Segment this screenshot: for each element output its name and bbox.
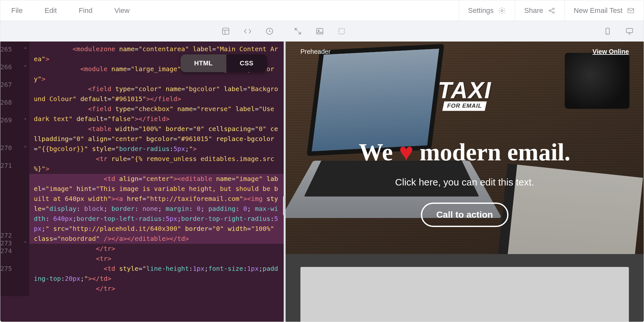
code-editor[interactable]: 265▾266▾267268269▾270▾271272273▾274275 <… [0,42,284,322]
selection-icon[interactable] [337,27,346,36]
tab-css[interactable]: CSS [226,54,267,72]
line-gutter: 265▾266▾267268269▾270▾271272273▾274275 [0,42,29,296]
svg-rect-7 [317,28,323,34]
new-email-test-button[interactable]: New Email Test [564,0,644,21]
cta-button[interactable]: Call to action [421,203,508,227]
headline-part-2: modern email. [413,138,571,166]
svg-point-8 [318,30,319,31]
code-content[interactable]: <modulezone name="contentarea" label="Ma… [29,42,284,296]
svg-point-1 [549,10,550,11]
mobile-preview-icon[interactable] [603,27,612,36]
logo-top-text: TAXI [438,77,492,103]
preheader-text[interactable]: Preheader [300,48,330,55]
share-icon [548,7,555,14]
settings-label: Settings [468,6,494,15]
headline[interactable]: We ♥ modern email. [286,138,644,166]
share-label: Share [524,6,543,15]
menu-file[interactable]: File [0,0,33,21]
subheadline[interactable]: Click here, you can edit this text. [286,177,644,188]
menubar: File Edit Find View Settings Share New E… [0,0,644,21]
history-icon[interactable] [265,27,274,36]
svg-point-2 [553,8,554,9]
new-email-test-label: New Email Test [574,6,622,15]
preview-pane: Preheader View Online TAXI FOR EMAIL We … [286,42,644,322]
view-online-link[interactable]: View Online [592,48,629,55]
svg-rect-5 [223,28,229,34]
desktop-preview-icon[interactable] [625,27,634,36]
toolbar [0,21,644,42]
menu-find[interactable]: Find [68,0,103,21]
menu-edit[interactable]: Edit [33,0,68,21]
content-card[interactable] [300,267,629,322]
svg-rect-9 [339,28,344,34]
heart-icon: ♥ [399,138,413,166]
svg-rect-11 [626,28,633,33]
image-icon[interactable] [315,27,324,36]
share-button[interactable]: Share [515,0,564,21]
logo: TAXI FOR EMAIL [438,77,492,111]
menu-view[interactable]: View [103,0,140,21]
headline-part-1: We [359,138,399,166]
code-icon[interactable] [243,27,252,36]
settings-button[interactable]: Settings [459,0,515,21]
svg-rect-4 [628,8,634,13]
tab-html[interactable]: HTML [181,54,226,72]
layout-icon[interactable] [221,27,230,36]
code-tabs: HTML CSS [181,54,267,72]
logo-bottom-text: FOR EMAIL [442,101,487,111]
mail-icon [627,7,635,14]
svg-point-3 [553,12,554,13]
svg-point-0 [501,10,503,12]
gear-icon [498,7,506,14]
expand-icon[interactable] [293,27,302,36]
